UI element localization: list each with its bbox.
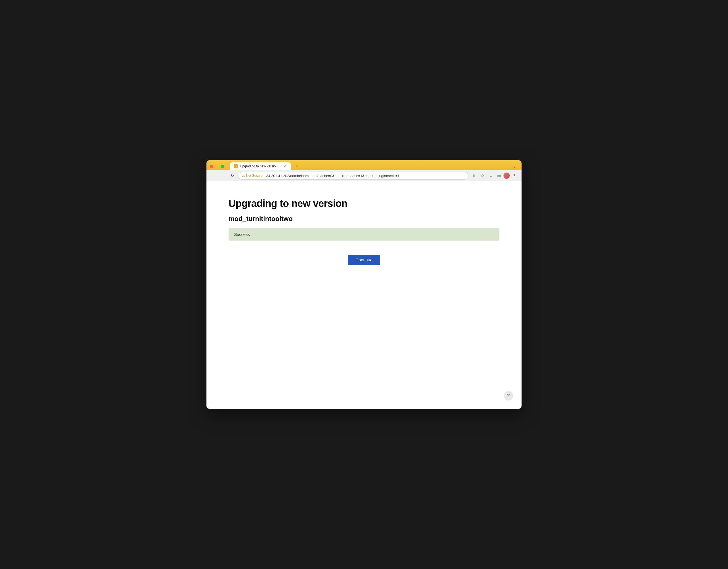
tab-close-button[interactable]: ✕ [282,164,287,169]
tab-title: Upgrading to new version - Mo [240,164,280,168]
new-tab-button[interactable]: + [293,163,301,170]
window-controls [210,165,224,168]
divider [229,246,499,247]
address-actions: ⬆ ☆ ≡ ▭ ⋮ [470,172,518,180]
bookmark-button[interactable]: ☆ [478,172,486,180]
security-warning: ⚠ Not Secure | [242,174,265,178]
url-separator: | [264,174,265,178]
title-bar: m Upgrading to new version - Mo ✕ + ⌄ ← … [206,160,522,181]
profile-icon[interactable] [503,172,510,179]
address-bar[interactable]: ⚠ Not Secure | 34.201.41.202/admin/index… [238,172,468,180]
tab-row: m Upgrading to new version - Mo ✕ + ⌄ [206,160,522,170]
forward-button[interactable]: → [219,172,227,180]
tab-favicon-icon: m [234,164,238,168]
chevron-down-icon: ⌄ [510,163,518,170]
page-title: Upgrading to new version [229,198,499,209]
page-content: Upgrading to new version mod_turnitintoo… [206,181,522,409]
refresh-button[interactable]: ↻ [229,172,236,180]
share-button[interactable]: ⬆ [470,172,478,180]
success-text: Success [234,232,250,237]
plugin-name: mod_turnitintooltwo [229,215,499,223]
address-bar-row: ← → ↻ ⚠ Not Secure | 34.201.41.202/admin… [206,170,522,181]
browser-window: m Upgrading to new version - Mo ✕ + ⌄ ← … [206,160,522,409]
minimize-button[interactable] [215,165,219,168]
help-button[interactable]: ? [504,391,513,400]
sidebar-button[interactable]: ▭ [495,172,503,180]
security-label: Not Secure [246,174,263,178]
menu-button[interactable]: ⋮ [510,172,518,180]
back-button[interactable]: ← [210,172,218,180]
close-button[interactable] [210,165,213,168]
success-message-box: Success [229,228,499,241]
warning-icon: ⚠ [242,174,245,178]
extensions-button[interactable]: ≡ [487,172,494,180]
active-tab[interactable]: m Upgrading to new version - Mo ✕ [230,163,291,170]
url-text: 34.201.41.202/admin/index.php?cache=0&co… [266,174,399,178]
maximize-button[interactable] [221,165,224,168]
continue-button[interactable]: Continue [348,255,380,265]
